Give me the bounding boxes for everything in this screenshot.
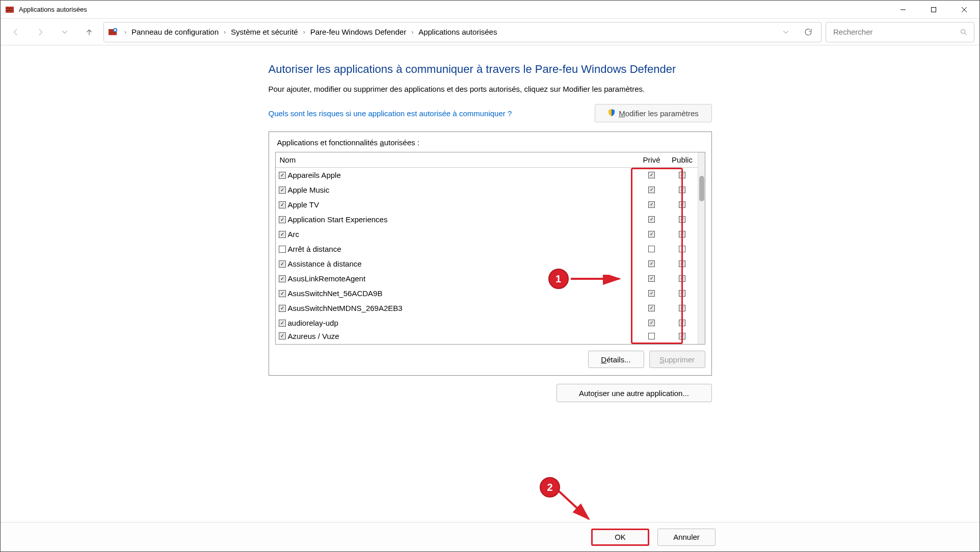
breadcrumb-item[interactable]: Applications autorisées bbox=[418, 28, 497, 36]
private-checkbox[interactable]: ✓ bbox=[648, 201, 655, 208]
search-box[interactable] bbox=[826, 22, 974, 42]
app-name: AsusSwitchNet_56ACDA9B bbox=[288, 289, 637, 298]
minimize-button[interactable] bbox=[888, 1, 918, 19]
private-checkbox[interactable] bbox=[648, 246, 655, 252]
app-name: AsusSwitchNetMDNS_269A2EB3 bbox=[288, 304, 637, 312]
private-checkbox[interactable]: ✓ bbox=[648, 305, 655, 311]
navbar: › Panneau de configuration › Système et … bbox=[1, 19, 979, 45]
scrollbar[interactable] bbox=[698, 152, 705, 344]
refresh-button[interactable] bbox=[800, 23, 817, 41]
maximize-button[interactable] bbox=[918, 1, 949, 19]
svg-line-18 bbox=[965, 33, 967, 35]
delete-ul: S bbox=[659, 355, 665, 364]
private-checkbox[interactable]: ✓ bbox=[648, 320, 655, 326]
private-checkbox[interactable]: ✓ bbox=[648, 216, 655, 223]
app-name: Arc bbox=[288, 230, 637, 239]
list-item[interactable]: ✓audiorelay-udp✓✓ bbox=[276, 316, 698, 330]
search-input[interactable] bbox=[832, 27, 960, 37]
list-item[interactable]: ✓Apple TV✓✓ bbox=[276, 197, 698, 212]
public-checkbox[interactable]: ✓ bbox=[679, 231, 685, 238]
risk-link[interactable]: Quels sont les risques si une applicatio… bbox=[269, 109, 512, 118]
private-checkbox[interactable]: ✓ bbox=[648, 187, 655, 193]
list-item[interactable]: Arrêt à distance bbox=[276, 242, 698, 256]
allow-another-app-button[interactable]: Autoriser une autre application... bbox=[557, 384, 712, 402]
app-name: Apple TV bbox=[288, 200, 637, 209]
app-name: Appareils Apple bbox=[288, 171, 637, 179]
col-public-header[interactable]: Public bbox=[667, 155, 698, 164]
app-enabled-checkbox[interactable]: ✓ bbox=[279, 231, 286, 238]
public-checkbox[interactable]: ✓ bbox=[679, 216, 685, 223]
public-checkbox[interactable]: ✓ bbox=[679, 320, 685, 326]
app-enabled-checkbox[interactable]: ✓ bbox=[279, 290, 286, 297]
addressbar[interactable]: › Panneau de configuration › Système et … bbox=[103, 22, 822, 42]
chevron-right-icon: › bbox=[122, 29, 128, 36]
app-name: Assistance à distance bbox=[288, 259, 637, 268]
private-checkbox[interactable]: ✓ bbox=[648, 231, 655, 238]
app-enabled-checkbox[interactable]: ✓ bbox=[279, 260, 286, 268]
details-ul: D bbox=[601, 355, 606, 364]
list-item[interactable]: ✓Arc✓✓ bbox=[276, 227, 698, 242]
app-enabled-checkbox[interactable]: ✓ bbox=[279, 320, 286, 327]
app-enabled-checkbox[interactable]: ✓ bbox=[279, 332, 286, 339]
up-button[interactable] bbox=[79, 22, 99, 42]
private-checkbox[interactable]: ✓ bbox=[648, 260, 655, 267]
list-item[interactable]: ✓Apple Music✓✓ bbox=[276, 182, 698, 197]
breadcrumb-item[interactable]: Système et sécurité bbox=[231, 28, 298, 36]
scrollbar-thumb[interactable] bbox=[699, 176, 704, 201]
close-button[interactable] bbox=[949, 1, 979, 19]
details-button[interactable]: Détails... bbox=[588, 351, 644, 368]
public-checkbox[interactable] bbox=[679, 246, 685, 252]
ok-button[interactable]: OK bbox=[591, 529, 649, 546]
public-checkbox[interactable]: ✓ bbox=[679, 333, 685, 339]
shield-icon bbox=[607, 109, 616, 118]
private-checkbox[interactable]: ✓ bbox=[648, 290, 655, 297]
recent-locations-button[interactable] bbox=[55, 22, 75, 42]
svg-rect-4 bbox=[11, 7, 11, 8]
app-enabled-checkbox[interactable]: ✓ bbox=[279, 275, 286, 282]
app-enabled-checkbox[interactable]: ✓ bbox=[279, 305, 286, 312]
col-name-header[interactable]: Nom bbox=[276, 155, 637, 164]
list-item[interactable]: ✓AsusSwitchNetMDNS_269A2EB3✓✓ bbox=[276, 301, 698, 316]
public-checkbox[interactable]: ✓ bbox=[679, 187, 685, 193]
address-dropdown-button[interactable] bbox=[777, 23, 794, 41]
window-title: Applications autorisées bbox=[19, 6, 87, 13]
group-label-ul: a bbox=[380, 138, 384, 147]
svg-point-17 bbox=[961, 29, 965, 33]
private-checkbox[interactable]: ✓ bbox=[648, 172, 655, 178]
breadcrumb-item[interactable]: Panneau de configuration bbox=[131, 28, 219, 36]
list-item[interactable]: ✓Appareils Apple✓✓ bbox=[276, 168, 698, 182]
public-checkbox[interactable]: ✓ bbox=[679, 201, 685, 208]
content-area: Autoriser les applications à communiquer… bbox=[1, 45, 979, 551]
list-item[interactable]: ✓Assistance à distance✓✓ bbox=[276, 256, 698, 271]
app-enabled-checkbox[interactable]: ✓ bbox=[279, 216, 286, 223]
list-item[interactable]: ✓AsusSwitchNet_56ACDA9B✓✓ bbox=[276, 286, 698, 301]
private-checkbox[interactable]: ✓ bbox=[648, 275, 655, 282]
public-checkbox[interactable]: ✓ bbox=[679, 260, 685, 267]
app-enabled-checkbox[interactable] bbox=[279, 246, 286, 253]
forward-button[interactable] bbox=[30, 22, 50, 42]
public-checkbox[interactable]: ✓ bbox=[679, 172, 685, 178]
allow-another-pre: Auto bbox=[579, 389, 595, 398]
breadcrumb-item[interactable]: Pare-feu Windows Defender bbox=[310, 28, 406, 36]
app-enabled-checkbox[interactable]: ✓ bbox=[279, 201, 286, 208]
modify-settings-button[interactable]: Modifier les paramètres bbox=[595, 104, 712, 122]
public-checkbox[interactable]: ✓ bbox=[679, 305, 685, 311]
list-item[interactable]: ✓Azureus / Vuze✓ bbox=[276, 330, 698, 341]
delete-button[interactable]: Supprimer bbox=[649, 351, 705, 368]
svg-line-20 bbox=[559, 491, 589, 519]
col-private-header[interactable]: Privé bbox=[637, 155, 667, 164]
app-enabled-checkbox[interactable]: ✓ bbox=[279, 172, 286, 179]
private-checkbox[interactable] bbox=[648, 333, 655, 339]
firewall-icon bbox=[6, 6, 14, 14]
list-item[interactable]: ✓Application Start Experiences✓✓ bbox=[276, 212, 698, 227]
annotation-badge-2-text: 2 bbox=[547, 482, 552, 493]
back-button[interactable] bbox=[6, 22, 26, 42]
svg-rect-5 bbox=[9, 9, 10, 10]
app-enabled-checkbox[interactable]: ✓ bbox=[279, 187, 286, 194]
page-heading: Autoriser les applications à communiquer… bbox=[269, 62, 712, 77]
group-label-suffix: utorisées : bbox=[384, 138, 419, 147]
public-checkbox[interactable]: ✓ bbox=[679, 275, 685, 282]
cancel-button[interactable]: Annuler bbox=[657, 529, 716, 546]
public-checkbox[interactable]: ✓ bbox=[679, 290, 685, 297]
list-item[interactable]: ✓AsusLinkRemoteAgent✓✓ bbox=[276, 271, 698, 286]
